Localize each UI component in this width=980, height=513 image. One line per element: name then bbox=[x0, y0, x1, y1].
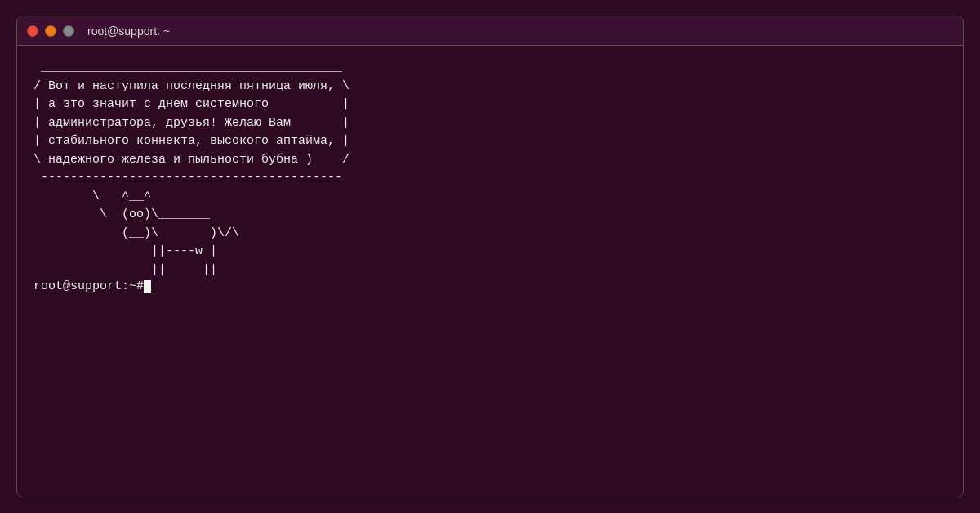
terminal-window: root@support: ~ ________________________… bbox=[16, 16, 964, 497]
maximize-button[interactable] bbox=[63, 25, 74, 37]
prompt-text: root@support:~# bbox=[33, 279, 144, 293]
terminal-cursor bbox=[144, 280, 151, 293]
window-title: root@support: ~ bbox=[87, 25, 170, 38]
close-button[interactable] bbox=[27, 25, 38, 37]
terminal-body[interactable]: ________________________________________… bbox=[17, 46, 963, 497]
terminal-output: ________________________________________… bbox=[33, 59, 947, 279]
minimize-button[interactable] bbox=[45, 25, 56, 37]
terminal-prompt: root@support:~# bbox=[33, 279, 947, 293]
titlebar: root@support: ~ bbox=[17, 16, 963, 46]
